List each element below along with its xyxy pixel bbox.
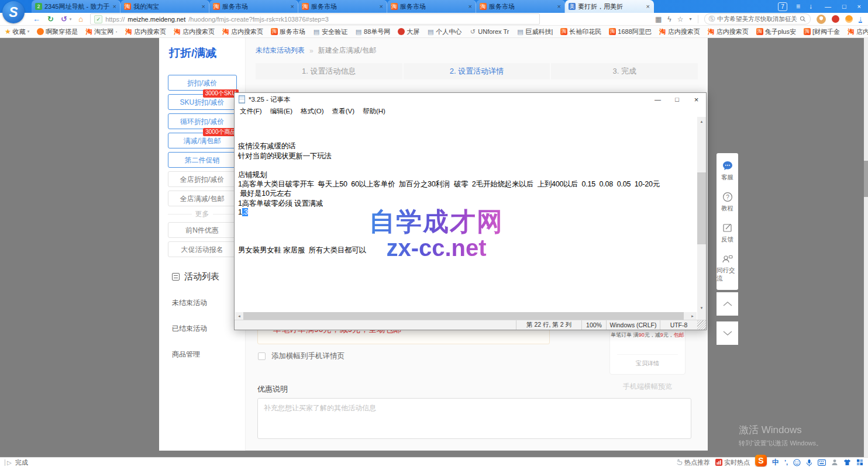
tab-close-icon[interactable]: × (380, 3, 383, 10)
scroll-left-arrow-icon[interactable]: ◄ (235, 312, 243, 320)
scroll-down-arrow-icon[interactable]: ▼ (697, 303, 706, 312)
scrollbar-thumb[interactable] (697, 172, 706, 244)
download-tray-icon[interactable]: ↓ (809, 3, 812, 10)
tab-count-badge[interactable]: 7 (778, 2, 787, 11)
qr-grid-icon[interactable]: ▦ (655, 16, 662, 23)
browser-tab[interactable]: 2 2345网址导航 - 致力于 × (32, 0, 120, 13)
discount-type-button[interactable]: 满减/满包邮 3000个商品 (168, 133, 237, 148)
notepad-menu-item[interactable]: 查看(V) (328, 107, 359, 116)
bookmark-item[interactable]: 淘 兔子plus安 (756, 27, 796, 36)
scrollbar-thumb[interactable] (864, 161, 868, 197)
download-icon[interactable]: ↓ (859, 16, 862, 23)
bookmark-item[interactable]: 淘 店内搜索页 (848, 27, 868, 36)
bookmark-item[interactable]: ▤ 巨威科技| (516, 27, 553, 36)
maximize-button[interactable]: □ (667, 93, 687, 106)
undo-icon[interactable]: ↺ (61, 15, 67, 23)
bookmark-item[interactable]: 淘 店内搜索页 (174, 27, 215, 36)
discount-type-button[interactable]: 大促活动报名 (168, 241, 237, 257)
resize-grip[interactable] (697, 320, 706, 330)
bookmark-item[interactable]: 淘 店内搜索页 (708, 27, 749, 36)
more-label[interactable]: 更多 (195, 209, 209, 219)
bookmark-item[interactable]: 啊聚穿搭是 (37, 27, 78, 36)
ime-punctuation-toggle[interactable]: ’, (784, 459, 788, 466)
discount-type-button[interactable]: 全店折扣/减价 (168, 171, 237, 187)
notepad-titlebar[interactable]: *3.25 - 记事本 — □ × (235, 93, 706, 106)
minimize-button[interactable]: — (648, 93, 667, 106)
back-icon[interactable]: ← (33, 15, 40, 23)
search-hotword[interactable]: 中方希望美方尽快取消加征关 (718, 15, 798, 23)
ime-language-toggle[interactable]: 中 (772, 458, 779, 467)
bookmark-item[interactable]: 淘 [财阀千金 (804, 27, 840, 36)
hot-recommend[interactable]: 热点推荐 (676, 458, 710, 467)
browser-tab[interactable]: 美 要打折，用美折 × (565, 0, 654, 13)
favorite-star-icon[interactable]: ☆ (677, 16, 684, 23)
discount-type-button[interactable]: 全店满减/包邮 (168, 191, 237, 206)
close-button[interactable]: × (687, 93, 706, 106)
bookmark-item[interactable]: 淘 店内搜索页 (222, 27, 263, 36)
browser-tab[interactable]: 淘 服务市场 × (476, 0, 565, 13)
bookmark-item[interactable]: 淘 长袖印花民 (560, 27, 601, 36)
bookmark-item[interactable]: ▤ 88单号网 (355, 27, 390, 36)
bookmark-item[interactable]: 淘 淘宝网 · (85, 27, 118, 36)
banner-checkbox[interactable] (258, 352, 266, 360)
discount-type-button[interactable]: 前N件优惠 (168, 222, 237, 238)
bookmark-item[interactable]: 淘 店内搜索页 (659, 27, 700, 36)
minimize-window-icon[interactable]: — (825, 3, 831, 10)
user-avatar[interactable] (817, 15, 826, 24)
bookmark-item[interactable]: 淘 店内搜索页 (125, 27, 166, 36)
page-scrollbar[interactable] (864, 38, 868, 457)
scroll-top-button[interactable] (717, 292, 738, 316)
chevron-down-icon[interactable]: ▾ (689, 17, 691, 22)
bookmark-item[interactable]: ▤ 个人中心 (427, 27, 461, 36)
tool-customer-service[interactable]: 客服 (717, 155, 738, 186)
home-icon[interactable]: ⌂ (78, 15, 83, 23)
sogou-ime-logo[interactable]: S (755, 455, 767, 466)
scroll-up-arrow-icon[interactable]: ▲ (697, 117, 706, 126)
search-icon[interactable] (800, 16, 806, 22)
toolbox-grid-icon[interactable] (856, 459, 863, 466)
apple-plugin-icon[interactable] (832, 15, 839, 23)
bookmark-item[interactable]: ▤ 安全验证 (313, 27, 347, 36)
browser-tab[interactable]: 淘 我的淘宝 × (120, 0, 209, 13)
bookmark-item[interactable]: 大屏 (398, 27, 419, 36)
menu-icon[interactable]: ≡ (796, 3, 800, 10)
hot-now[interactable]: 实时热点 (715, 458, 750, 467)
tab-close-icon[interactable]: × (202, 3, 205, 10)
maximize-window-icon[interactable]: □ (842, 3, 846, 10)
tool-peer-chat[interactable]: 同行交流 (717, 248, 738, 288)
bookmark-item[interactable]: ↺ UNforex Tr (469, 28, 509, 35)
smiley-plugin-icon[interactable] (845, 15, 853, 23)
keyboard-icon[interactable] (818, 459, 826, 466)
search-input[interactable]: Ⓢ 中方希望美方尽快取消加征关 (704, 13, 811, 25)
notepad-menu-item[interactable]: 编辑(E) (266, 107, 297, 116)
notepad-menu-item[interactable]: 格式(O) (297, 107, 328, 116)
notepad-vertical-scrollbar[interactable]: ▲ ▼ (697, 117, 706, 312)
browser-logo[interactable]: S (2, 1, 25, 23)
skin-shirt-icon[interactable] (843, 459, 851, 466)
tab-close-icon[interactable]: × (557, 3, 561, 10)
more-divider[interactable]: 更多 (168, 207, 237, 221)
close-window-icon[interactable]: × (857, 3, 861, 10)
microphone-icon[interactable] (806, 459, 812, 466)
browser-tab[interactable]: 淘 服务市场 × (387, 0, 476, 13)
emoji-icon[interactable] (793, 459, 801, 466)
undo-caret-icon[interactable]: ▾ (70, 17, 72, 22)
discount-type-button[interactable]: SKU折扣/减价 3000个SKU (168, 94, 237, 110)
notepad-menu-item[interactable]: 帮助(H) (359, 107, 390, 116)
discount-type-button[interactable]: 折扣/减价 (168, 75, 237, 91)
browser-tab[interactable]: 淘 服务市场 × (298, 0, 387, 13)
breadcrumb-link[interactable]: 未结束活动列表 (256, 46, 305, 56)
url-field[interactable]: ✓ https://meizhe.meideng.net/huodong/fmj… (90, 13, 540, 25)
discount-type-button[interactable]: 第二件促销 (168, 152, 237, 168)
flash-icon[interactable]: ϟ (667, 16, 671, 23)
bookmark-item[interactable]: 淘 服务市场 (271, 27, 305, 36)
tab-close-icon[interactable]: × (291, 3, 294, 10)
refresh-icon[interactable]: ↻ (47, 15, 54, 23)
notepad-menu-item[interactable]: 文件(F) (236, 107, 266, 116)
tool-feedback[interactable]: 反馈 (717, 217, 738, 248)
tab-close-icon[interactable]: × (646, 3, 650, 10)
scroll-right-arrow-icon[interactable]: ► (688, 312, 697, 320)
browser-tab[interactable]: 淘 服务市场 × (209, 0, 298, 13)
scroll-bottom-button[interactable] (717, 321, 738, 345)
tool-tutorial[interactable]: ? 教程 (717, 186, 738, 217)
